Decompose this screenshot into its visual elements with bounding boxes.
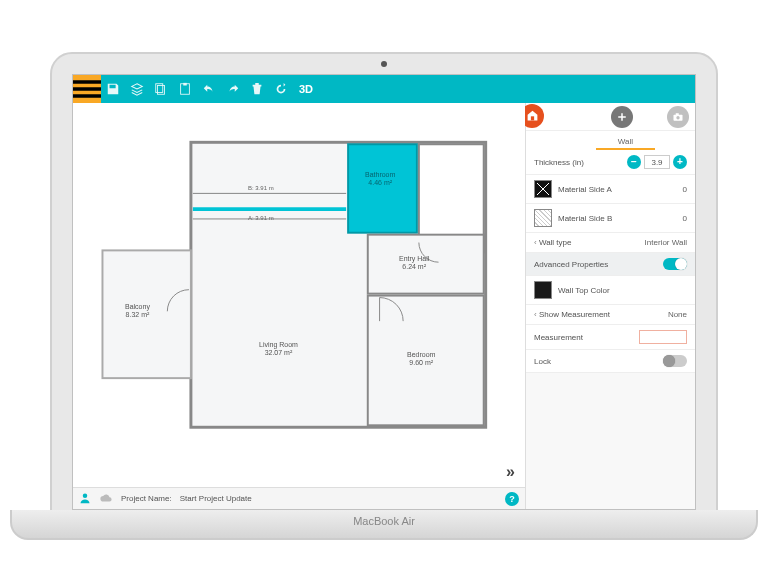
svg-point-17 <box>83 493 88 498</box>
floorplan-svg <box>73 103 525 476</box>
svg-rect-9 <box>348 144 417 232</box>
menu-button[interactable] <box>73 75 101 103</box>
advanced-row[interactable]: Advanced Properties <box>526 253 695 276</box>
measurement-row: Measurement <box>526 325 695 350</box>
wall-type-label: Wall type <box>534 238 639 247</box>
svg-rect-18 <box>530 116 533 120</box>
room-area: 8.32 m² <box>125 311 150 319</box>
room-name: Balcony <box>125 303 150 311</box>
delete-icon[interactable] <box>245 75 269 103</box>
properties-panel: Wall Thickness (in) − 3.9 + Material Sid… <box>525 103 695 509</box>
show-measurement-row[interactable]: Show Measurement None <box>526 305 695 325</box>
wall-top-swatch[interactable] <box>534 281 552 299</box>
app-window: 3D <box>73 75 695 509</box>
material-b-swatch[interactable] <box>534 209 552 227</box>
room-name: Living Room <box>259 341 298 349</box>
user-icon[interactable] <box>79 492 91 506</box>
webcam <box>381 61 387 67</box>
panel-title: Wall <box>596 131 655 150</box>
show-meas-label: Show Measurement <box>534 310 662 319</box>
room-balcony: Balcony 8.32 m² <box>125 303 150 320</box>
material-a-swatch[interactable] <box>534 180 552 198</box>
thickness-decrease[interactable]: − <box>627 155 641 169</box>
svg-rect-2 <box>73 94 101 98</box>
room-area: 6.24 m² <box>399 263 429 271</box>
room-entry: Entry Hall 6.24 m² <box>399 255 429 272</box>
camera-tool-icon[interactable] <box>667 106 689 128</box>
wall-top-row[interactable]: Wall Top Color <box>526 276 695 305</box>
edit-tool-icon[interactable] <box>639 106 661 128</box>
help-icon[interactable]: ? <box>505 492 519 506</box>
material-a-label: Material Side A <box>558 185 677 194</box>
advanced-label: Advanced Properties <box>534 260 657 269</box>
canvas-column: B: 3.91 m A: 3.91 m Bathroom 4.46 m² Ent… <box>73 103 525 509</box>
svg-rect-21 <box>676 113 679 115</box>
room-area: 32.07 m² <box>259 349 298 357</box>
thickness-row: Thickness (in) − 3.9 + <box>526 150 695 175</box>
room-name: Bathroom <box>365 171 395 179</box>
svg-rect-1 <box>73 87 101 91</box>
room-bedroom: Bedroom 9.60 m² <box>407 351 435 368</box>
cloud-icon[interactable] <box>99 492 113 506</box>
thickness-value[interactable]: 3.9 <box>644 155 670 169</box>
project-label: Project Name: <box>121 494 172 503</box>
show-meas-value: None <box>668 310 687 319</box>
panel-tool-row <box>526 103 695 131</box>
save-icon[interactable] <box>101 75 125 103</box>
thickness-increase[interactable]: + <box>673 155 687 169</box>
redo-icon[interactable] <box>221 75 245 103</box>
undo-icon[interactable] <box>197 75 221 103</box>
room-area: 9.60 m² <box>407 359 435 367</box>
room-name: Bedroom <box>407 351 435 359</box>
lock-row: Lock <box>526 350 695 373</box>
project-name: Start Project Update <box>180 494 252 503</box>
material-b-label: Material Side B <box>558 214 677 223</box>
laptop-frame: 3D <box>50 52 718 512</box>
dimension-b: B: 3.91 m <box>248 185 274 191</box>
floorplan-canvas[interactable]: B: 3.91 m A: 3.91 m Bathroom 4.46 m² Ent… <box>73 103 525 487</box>
paste-icon[interactable] <box>173 75 197 103</box>
lock-label: Lock <box>534 357 657 366</box>
laptop-base: MacBook Air <box>10 510 758 540</box>
lock-toggle[interactable] <box>663 355 687 367</box>
svg-point-20 <box>676 116 679 119</box>
room-area: 4.46 m² <box>365 179 395 187</box>
material-a-row[interactable]: Material Side A 0 <box>526 175 695 204</box>
add-tool-icon[interactable] <box>611 106 633 128</box>
svg-rect-0 <box>73 80 101 84</box>
3d-toggle[interactable]: 3D <box>293 83 319 95</box>
material-b-value: 0 <box>683 214 687 223</box>
wall-top-label: Wall Top Color <box>558 286 687 295</box>
svg-rect-6 <box>183 83 187 86</box>
dimension-a: A: 3.91 m <box>248 215 274 221</box>
main-area: B: 3.91 m A: 3.91 m Bathroom 4.46 m² Ent… <box>73 103 695 509</box>
wall-type-row[interactable]: Wall type Interior Wall <box>526 233 695 253</box>
room-bathroom: Bathroom 4.46 m² <box>365 171 395 188</box>
room-name: Entry Hall <box>399 255 429 263</box>
status-bar: Project Name: Start Project Update ? <box>73 487 525 509</box>
thickness-label: Thickness (in) <box>534 158 621 167</box>
material-b-row[interactable]: Material Side B 0 <box>526 204 695 233</box>
measurement-input[interactable] <box>639 330 687 344</box>
screen: 3D <box>72 74 696 510</box>
main-toolbar: 3D <box>73 75 695 103</box>
layers-icon[interactable] <box>125 75 149 103</box>
rotate-icon[interactable] <box>269 75 293 103</box>
measurement-label: Measurement <box>534 333 633 342</box>
copy-icon[interactable] <box>149 75 173 103</box>
material-a-value: 0 <box>683 185 687 194</box>
room-living: Living Room 32.07 m² <box>259 341 298 358</box>
wall-type-value: Interior Wall <box>645 238 687 247</box>
advanced-toggle[interactable] <box>663 258 687 270</box>
expand-icon[interactable]: » <box>506 463 515 481</box>
thickness-stepper: − 3.9 + <box>627 155 687 169</box>
